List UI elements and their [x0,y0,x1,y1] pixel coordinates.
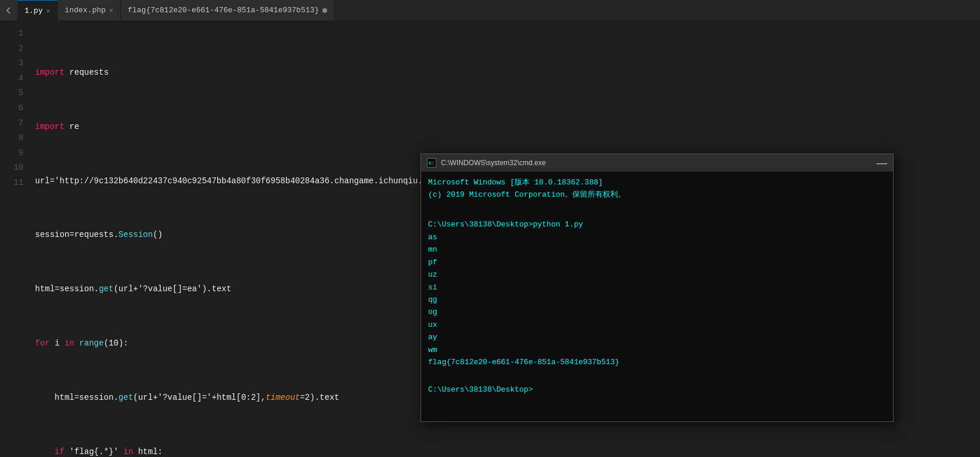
ln-1: 1 [0,26,23,41]
cmd-out-as: as [428,231,886,243]
tab-indexphp-close[interactable]: ✕ [109,6,113,14]
cmd-out-si: si [428,281,886,294]
code-line-2: import re [32,120,980,135]
ln-6: 6 [0,101,23,116]
cmd-out-qg: qg [428,294,886,306]
cmd-app-icon: C: [427,158,436,168]
cmd-out-uz: uz [428,268,886,281]
cmd-flag-line: flag{7c812e20-e661-476e-851a-5841e937b51… [428,356,886,368]
code-line-8: if 'flag{.*}' in html: [32,445,980,457]
cmd-run-command: C:\Users\38138\Desktop>python 1.py [428,218,886,231]
cmd-final-prompt-text: C:\Users\38138\Desktop> [428,385,533,394]
ln-7: 7 [0,116,23,131]
tab-bar: 1.py ✕ index.php ✕ flag{7c812e20-e661-47… [0,0,980,20]
tab-1py-label: 1.py [25,6,43,15]
tab-1py-close[interactable]: ✕ [46,7,50,15]
cmd-window: C: C:\WINDOWS\system32\cmd.exe — Microso… [421,154,894,422]
tab-flag-label: flag{7c812e20-e661-476e-851a-5841e937b51… [128,6,319,15]
ln-5: 5 [0,86,23,101]
cmd-out-og: og [428,306,886,318]
tab-flag[interactable]: flag{7c812e20-e661-476e-851a-5841e937b51… [121,0,335,20]
cmd-titlebar-left: C: C:\WINDOWS\system32\cmd.exe [427,158,545,168]
cmd-out-ay: ay [428,331,886,343]
ln-2: 2 [0,41,23,57]
ln-9: 9 [0,146,23,161]
cmd-win-version: Microsoft Windows [版本 10.0.18362.388] [428,178,603,187]
tab-indexphp[interactable]: index.php ✕ [58,0,121,20]
tab-flag-dot [322,8,327,13]
ln-11: 11 [0,176,23,191]
cmd-copyright-text: (c) 2019 Microsoft Corporation。保留所有权利。 [428,190,625,199]
cmd-out-ux: ux [428,319,886,331]
cmd-flag-text: flag{7c812e20-e661-476e-851a-5841e937b51… [428,358,620,367]
line-numbers: 1 2 3 4 5 6 7 8 9 10 11 [0,20,32,457]
ln-3: 3 [0,56,23,71]
back-button[interactable] [0,0,18,20]
cmd-out-mn: mn [428,243,886,256]
cmd-body: Microsoft Windows [版本 10.0.18362.388] (c… [421,172,893,421]
ln-10: 10 [0,161,23,176]
cmd-out-pf: pf [428,256,886,268]
cmd-final-prompt-line: C:\Users\38138\Desktop> [428,383,886,396]
cmd-command-text: C:\Users\38138\Desktop>python 1.py [428,220,583,229]
tab-1py[interactable]: 1.py ✕ [18,0,58,20]
cmd-titlebar: C: C:\WINDOWS\system32\cmd.exe — [421,154,893,172]
cmd-blank-line2 [428,371,886,383]
cmd-title-text: C:\WINDOWS\system32\cmd.exe [441,159,545,167]
cmd-windows-header: Microsoft Windows [版本 10.0.18362.388] [428,176,886,189]
tab-indexphp-label: index.php [65,6,106,15]
cmd-copyright: (c) 2019 Microsoft Corporation。保留所有权利。 [428,189,886,201]
ln-4: 4 [0,71,23,86]
code-line-1: import requests [32,65,980,81]
ln-8: 8 [0,131,23,146]
cmd-blank-line [428,206,886,218]
cmd-close-button[interactable]: — [877,158,887,168]
cmd-out-wm: wm [428,344,886,356]
